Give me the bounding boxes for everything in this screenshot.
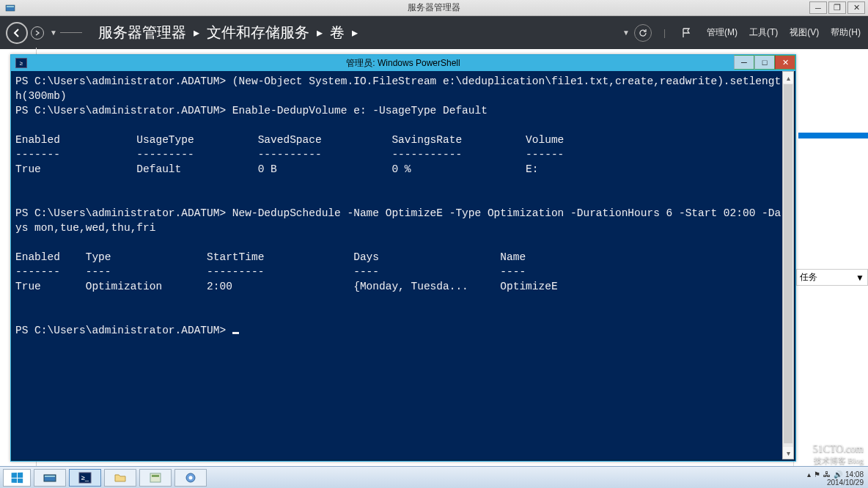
menu-tools[interactable]: 工具(T) bbox=[749, 26, 778, 39]
svg-rect-1 bbox=[7, 6, 14, 7]
chevron-right-icon: ▸ bbox=[317, 26, 323, 40]
windows-logo-icon bbox=[12, 472, 23, 483]
powershell-titlebar[interactable]: ≥ 管理员: Windows PowerShell ─ □ ✕ bbox=[11, 55, 795, 71]
svg-rect-7 bbox=[152, 475, 159, 477]
server-manager-title: 服务器管理器 bbox=[408, 1, 460, 14]
outer-min-button[interactable]: ─ bbox=[809, 1, 827, 14]
tasks-label: 任务 bbox=[800, 271, 817, 284]
app-bar: ▼ 服务器管理器 ▸ 文件和存储服务 ▸ 卷 ▸ ▼ | 管理(M) 工具(T)… bbox=[0, 16, 868, 49]
svg-point-9 bbox=[189, 476, 193, 479]
ps-max-button[interactable]: □ bbox=[754, 55, 775, 70]
dropdown-arrow-icon[interactable]: ▼ bbox=[50, 29, 57, 37]
menu-view[interactable]: 视图(V) bbox=[790, 26, 819, 39]
powershell-icon: ≥ bbox=[15, 58, 27, 68]
taskbar-powershell[interactable]: ≥_ bbox=[69, 469, 101, 487]
separator: | bbox=[663, 28, 666, 38]
ps-close-button[interactable]: ✕ bbox=[775, 55, 795, 70]
ps-min-button[interactable]: ─ bbox=[734, 55, 754, 70]
tray-time: 14:08 bbox=[845, 470, 864, 478]
crumb-file-storage[interactable]: 文件和存储服务 bbox=[207, 23, 309, 42]
watermark-line1: 51CTO.com bbox=[813, 443, 864, 455]
chevron-right-icon: ▸ bbox=[194, 26, 199, 40]
scroll-down-icon[interactable]: ▾ bbox=[783, 447, 793, 459]
outer-close-button[interactable]: ✕ bbox=[847, 1, 865, 14]
breadcrumb: 服务器管理器 ▸ 文件和存储服务 ▸ 卷 ▸ bbox=[98, 23, 358, 42]
svg-text:≥_: ≥_ bbox=[81, 474, 89, 481]
powershell-window: ≥ 管理员: Windows PowerShell ─ □ ✕ PS C:\Us… bbox=[10, 54, 796, 462]
chevron-right-icon: ▸ bbox=[352, 26, 358, 40]
scroll-up-icon[interactable]: ▴ bbox=[783, 72, 793, 84]
taskbar-app-2[interactable] bbox=[174, 469, 207, 487]
tray-up-icon[interactable]: ▴ bbox=[807, 470, 811, 478]
tray-network-icon[interactable]: 🖧 bbox=[823, 470, 831, 478]
dropdown-arrow-icon[interactable]: ▼ bbox=[622, 29, 630, 37]
menu-manage[interactable]: 管理(M) bbox=[707, 26, 738, 39]
ps-scrollbar[interactable]: ▴ ▾ bbox=[782, 71, 794, 459]
server-manager-icon bbox=[4, 2, 16, 14]
chevron-down-icon: ▼ bbox=[856, 273, 864, 283]
right-panel bbox=[793, 58, 868, 468]
back-button[interactable] bbox=[6, 22, 28, 44]
outer-max-button[interactable]: ❐ bbox=[828, 1, 846, 14]
tasks-dropdown[interactable]: 任务 ▼ bbox=[796, 269, 868, 286]
tray-flag-icon[interactable]: ⚑ bbox=[814, 470, 820, 478]
terminal-content: PS C:\Users\administrator.ADATUM> (New-O… bbox=[15, 75, 781, 336]
selected-volume-row[interactable] bbox=[798, 133, 868, 138]
refresh-button[interactable] bbox=[634, 24, 652, 42]
menu-help[interactable]: 帮助(H) bbox=[831, 26, 861, 39]
taskbar-app-1[interactable] bbox=[139, 469, 172, 487]
app-bar-right: ▼ | 管理(M) 工具(T) 视图(V) 帮助(H) bbox=[622, 24, 861, 42]
crumb-server-manager[interactable]: 服务器管理器 bbox=[98, 23, 186, 42]
crumb-volumes[interactable]: 卷 bbox=[330, 23, 345, 42]
tray-sound-icon[interactable]: 🔊 bbox=[834, 470, 842, 478]
windows-taskbar: ≥_ ▴ ⚑ 🖧 🔊 14:08 2014/10/29 bbox=[0, 466, 868, 488]
server-manager-titlebar: 服务器管理器 ─ ❐ ✕ bbox=[0, 0, 868, 16]
watermark: 51CTO.com 技术博客 Blog bbox=[813, 443, 864, 466]
powershell-title: 管理员: Windows PowerShell bbox=[346, 57, 460, 70]
tray-date: 2014/10/29 bbox=[827, 478, 864, 487]
svg-rect-6 bbox=[150, 473, 161, 482]
notifications-flag-icon[interactable] bbox=[677, 24, 695, 42]
scroll-thumb[interactable] bbox=[784, 84, 792, 443]
separator bbox=[60, 32, 82, 33]
forward-button[interactable] bbox=[31, 26, 44, 40]
watermark-line2: 技术博客 Blog bbox=[813, 455, 864, 466]
system-tray[interactable]: ▴ ⚑ 🖧 🔊 14:08 2014/10/29 bbox=[807, 470, 864, 487]
powershell-terminal[interactable]: PS C:\Users\administrator.ADATUM> (New-O… bbox=[12, 71, 782, 459]
svg-rect-3 bbox=[45, 476, 55, 477]
cursor bbox=[232, 332, 239, 334]
start-button[interactable] bbox=[3, 469, 31, 487]
taskbar-server-manager[interactable] bbox=[34, 469, 66, 487]
taskbar-explorer[interactable] bbox=[104, 469, 136, 487]
